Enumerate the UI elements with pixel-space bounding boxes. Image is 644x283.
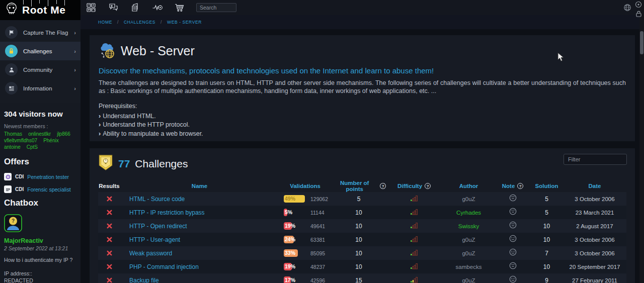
category-intro-panel: Web - Server Discover the mechanisms, pr… bbox=[90, 35, 635, 141]
target-icon[interactable] bbox=[635, 1, 642, 10]
column-header-name: Name bbox=[120, 183, 279, 189]
challenge-link[interactable]: Backup file bbox=[129, 277, 159, 283]
not-validated-cross-icon bbox=[107, 249, 112, 258]
chat-message-line: How to i authenticate my IP ? bbox=[4, 256, 76, 263]
main-area: HOME/CHALLENGES/WEB - SERVER bbox=[80, 0, 644, 283]
difficulty-bars-icon bbox=[411, 222, 418, 231]
prerequisite-item: ›Understand the HTTP protocol. bbox=[99, 121, 626, 130]
sidebar-item-challenges[interactable]: Challenges› bbox=[0, 42, 80, 60]
points-value: 10 bbox=[355, 263, 362, 270]
member-link[interactable]: antoine bbox=[4, 144, 21, 150]
breadcrumb: HOME/CHALLENGES/WEB - SERVER bbox=[80, 15, 644, 29]
offer-item: CDIForensic specialist bbox=[4, 185, 76, 193]
sidebar-item-label: Information bbox=[23, 85, 52, 91]
challenge-link[interactable]: HTTP - Open redirect bbox=[129, 223, 187, 230]
validation-count: 48237 bbox=[310, 264, 325, 270]
prerequisites-label: Prerequisites: bbox=[99, 103, 626, 110]
member-link[interactable]: vfleltvmfldhs07 bbox=[4, 138, 37, 143]
member-link[interactable]: Thomas bbox=[4, 131, 22, 137]
avatar[interactable]: ? bbox=[4, 214, 22, 234]
prerequisite-item: ›Ability to manipulate a web browser. bbox=[99, 130, 626, 139]
newest-members-list: Thomasonlinestlkrjlp866vfleltvmfldhs07Ph… bbox=[4, 131, 76, 150]
not-validated-cross-icon bbox=[107, 262, 112, 271]
note-smiley-icon bbox=[509, 262, 517, 271]
help-question-icon[interactable]: ? bbox=[380, 183, 386, 189]
breadcrumb-item: WEB - SERVER bbox=[167, 20, 202, 25]
validation-count: 42596 bbox=[310, 277, 325, 283]
note-smiley-icon bbox=[509, 194, 517, 204]
sidebar-body: 304 visitors now Newest members : Thomas… bbox=[0, 103, 80, 283]
scrollbar-thumb[interactable] bbox=[640, 31, 643, 54]
modules-icon[interactable] bbox=[86, 2, 97, 13]
breadcrumb-item[interactable]: CHALLENGES bbox=[124, 20, 155, 25]
svg-text:?: ? bbox=[12, 218, 15, 224]
table-row: Weak password33%8509510g0uZ73 October 20… bbox=[98, 246, 626, 260]
solution-count: 5 bbox=[545, 209, 548, 216]
breadcrumb-separator: / bbox=[117, 20, 119, 25]
author-link[interactable]: sambecks bbox=[456, 264, 482, 270]
bullet-chevron-icon: › bbox=[99, 113, 101, 120]
author-link[interactable]: g0uZ bbox=[462, 237, 475, 243]
help-question-icon[interactable]: ? bbox=[517, 183, 523, 189]
table-row: PHP - Command injection19%4823710sambeck… bbox=[98, 260, 626, 273]
prerequisite-item: ›Understand HTML. bbox=[99, 112, 626, 121]
sidebar-item-label: Challenges bbox=[23, 48, 52, 54]
sidebar-item-information[interactable]: Information› bbox=[0, 79, 80, 98]
logo-text: Root Me bbox=[22, 4, 65, 16]
chat-message-line bbox=[4, 263, 76, 270]
shop-cart-icon[interactable] bbox=[174, 2, 185, 13]
member-link[interactable]: CptS bbox=[27, 144, 38, 150]
forum-icon[interactable] bbox=[108, 2, 119, 13]
chat-username[interactable]: MajorReactiv bbox=[4, 237, 76, 244]
challenge-rows: HTML - Source code49%1290625g0uZ53 Octob… bbox=[98, 192, 626, 283]
solution-count: 9 bbox=[545, 277, 548, 283]
validation-count: 49641 bbox=[310, 223, 325, 229]
points-value: 10 bbox=[355, 236, 362, 243]
activity-icon[interactable] bbox=[152, 2, 163, 13]
table-row: HTTP - IP restriction bypass5%1114410Cyr… bbox=[98, 206, 626, 219]
sidebar-item-community[interactable]: Community› bbox=[0, 60, 80, 79]
sidebar-item-capture-the-flag[interactable]: Capture The Flag› bbox=[0, 23, 80, 42]
author-link[interactable]: g0uZ bbox=[462, 196, 475, 202]
chat-message-line: IP address:: bbox=[4, 270, 76, 277]
offer-contract-type: CDI bbox=[15, 174, 24, 179]
table-header: ResultsNameValidationsNumber of points?D… bbox=[98, 180, 626, 192]
offer-link[interactable]: Penetration tester bbox=[27, 174, 69, 180]
challenge-link[interactable]: Weak password bbox=[129, 250, 172, 257]
validation-percent: 19% bbox=[285, 223, 295, 229]
challenge-count: 77 bbox=[118, 158, 130, 170]
member-link[interactable]: onlinestlkr bbox=[28, 131, 51, 137]
solution-count: 10 bbox=[543, 223, 550, 230]
search-input[interactable] bbox=[196, 3, 236, 12]
author-link[interactable]: Cyrhades bbox=[456, 210, 481, 216]
breadcrumb-item[interactable]: HOME bbox=[98, 20, 112, 25]
difficulty-bars-icon bbox=[411, 276, 418, 283]
offer-link[interactable]: Forensic specialist bbox=[27, 186, 70, 193]
author-link[interactable]: g0uZ bbox=[462, 277, 475, 283]
member-link[interactable]: jlp866 bbox=[57, 131, 70, 137]
page-title: Web - Server bbox=[121, 44, 195, 58]
chat-message: How to i authenticate my IP ?IP address:… bbox=[4, 256, 76, 283]
difficulty-bars-icon bbox=[411, 262, 418, 271]
chatbox: ? MajorReactiv 2 September 2022 at 13:21… bbox=[4, 214, 76, 283]
points-value: 10 bbox=[355, 250, 362, 257]
challenge-link[interactable]: HTTP - IP restriction bypass bbox=[129, 209, 205, 216]
member-link[interactable]: Phénix bbox=[43, 138, 59, 143]
challenge-link[interactable]: HTTP - User-agent bbox=[129, 236, 180, 243]
help-question-icon[interactable]: ? bbox=[425, 183, 431, 189]
offers-list: CDIPenetration testerCDIForensic special… bbox=[4, 173, 76, 193]
challenge-link[interactable]: HTML - Source code bbox=[129, 196, 185, 203]
challenge-date: 3 October 2006 bbox=[575, 196, 614, 202]
not-validated-cross-icon bbox=[107, 208, 112, 217]
logo[interactable]: Root Me bbox=[0, 0, 80, 20]
points-value: 10 bbox=[355, 209, 362, 216]
difficulty-bars-icon bbox=[411, 195, 418, 204]
challenge-link[interactable]: PHP - Command injection bbox=[129, 263, 199, 270]
globe-icon[interactable] bbox=[623, 4, 631, 14]
filter-input[interactable] bbox=[564, 154, 627, 165]
visitors-count: 304 visitors now bbox=[4, 110, 76, 118]
lock-badge-icon[interactable] bbox=[635, 10, 642, 20]
author-link[interactable]: g0uZ bbox=[462, 250, 475, 256]
author-link[interactable]: Swissky bbox=[458, 223, 479, 229]
docs-icon[interactable] bbox=[130, 2, 141, 13]
